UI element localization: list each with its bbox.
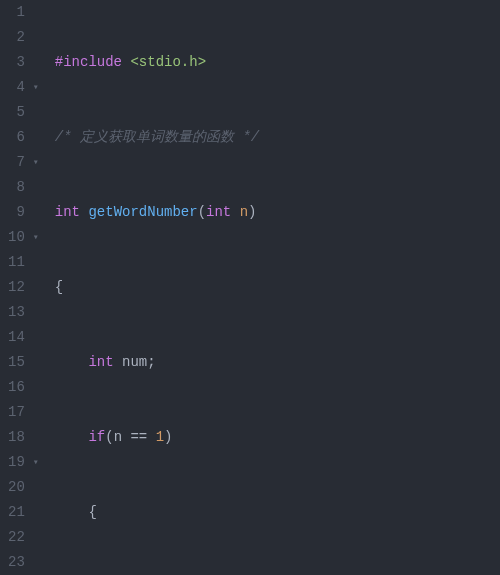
- code-line: {: [55, 500, 500, 525]
- line-number: 3: [16, 50, 24, 75]
- code-line: /* 定义获取单词数量的函数 */: [55, 125, 500, 150]
- line-number: 10: [8, 225, 25, 250]
- line-number: 23: [8, 550, 25, 575]
- chevron-down-icon[interactable]: ▾: [29, 450, 39, 475]
- code-line: int getWordNumber(int n): [55, 200, 500, 225]
- line-number: 2: [16, 25, 24, 50]
- line-number: 9: [16, 200, 24, 225]
- code-line: #include <stdio.h>: [55, 50, 500, 75]
- line-gutter: 1 2 3 4▾ 5 6 7▾ 8 9 10▾ 11 12 13 14 15 1…: [0, 0, 49, 575]
- line-number: 20: [8, 475, 25, 500]
- line-number: 14: [8, 325, 25, 350]
- line-number: 16: [8, 375, 25, 400]
- line-number: 6: [16, 125, 24, 150]
- line-number: 12: [8, 275, 25, 300]
- line-number: 21: [8, 500, 25, 525]
- line-number: 15: [8, 350, 25, 375]
- code-editor: 1 2 3 4▾ 5 6 7▾ 8 9 10▾ 11 12 13 14 15 1…: [0, 0, 500, 575]
- code-line: if(n == 1): [55, 425, 500, 450]
- line-number: 13: [8, 300, 25, 325]
- code-line: int num;: [55, 350, 500, 375]
- line-number: 11: [8, 250, 25, 275]
- line-number: 18: [8, 425, 25, 450]
- chevron-down-icon[interactable]: ▾: [29, 75, 39, 100]
- line-number: 19: [8, 450, 25, 475]
- chevron-down-icon[interactable]: ▾: [29, 150, 39, 175]
- line-number: 1: [16, 0, 24, 25]
- line-number: 17: [8, 400, 25, 425]
- line-number: 5: [16, 100, 24, 125]
- line-number: 4: [16, 75, 24, 100]
- code-content[interactable]: #include <stdio.h> /* 定义获取单词数量的函数 */ int…: [49, 0, 500, 575]
- line-number: 8: [16, 175, 24, 200]
- code-line: {: [55, 275, 500, 300]
- chevron-down-icon[interactable]: ▾: [29, 225, 39, 250]
- line-number: 22: [8, 525, 25, 550]
- line-number: 7: [16, 150, 24, 175]
